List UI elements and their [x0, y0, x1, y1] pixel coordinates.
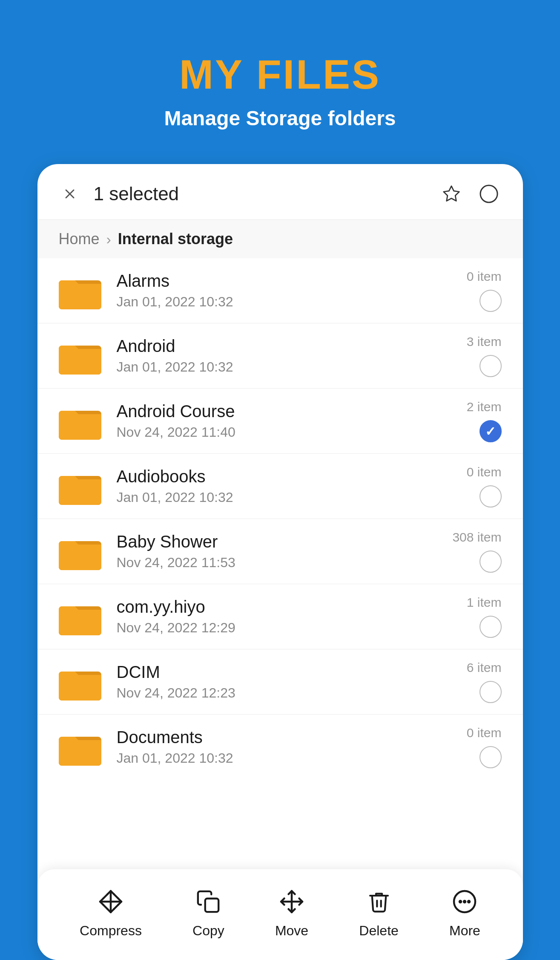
compress-icon	[95, 886, 126, 917]
close-button[interactable]	[59, 183, 81, 205]
copy-icon	[193, 886, 224, 917]
list-item[interactable]: Audiobooks Jan 01, 2022 10:32 0 item	[37, 454, 523, 519]
file-date: Jan 01, 2022 10:32	[117, 750, 434, 766]
compress-label: Compress	[80, 923, 142, 939]
file-info: Audiobooks Jan 01, 2022 10:32	[117, 467, 434, 505]
app-title: MY FILES	[179, 51, 381, 98]
item-count: 1 item	[467, 595, 502, 610]
file-right: 1 item	[434, 595, 502, 638]
file-right: 3 item	[434, 334, 502, 377]
file-date: Nov 24, 2022 12:23	[117, 685, 434, 701]
select-circle[interactable]	[480, 420, 502, 442]
svg-line-16	[114, 905, 118, 909]
list-item[interactable]: Android Jan 01, 2022 10:32 3 item	[37, 323, 523, 389]
item-count: 0 item	[467, 465, 502, 479]
copy-button[interactable]: Copy	[184, 882, 233, 943]
svg-point-22	[459, 901, 461, 902]
select-circle[interactable]	[480, 290, 502, 312]
select-circle[interactable]	[480, 551, 502, 573]
folder-icon	[59, 598, 101, 635]
breadcrumb: Home › Internal storage	[37, 220, 523, 258]
file-info: Documents Jan 01, 2022 10:32	[117, 728, 434, 766]
options-button[interactable]	[476, 181, 502, 207]
file-name: Baby Shower	[117, 532, 434, 551]
file-name: Alarms	[117, 271, 434, 291]
breadcrumb-chevron-icon: ›	[106, 231, 111, 248]
folder-icon	[59, 272, 101, 309]
file-date: Nov 24, 2022 11:40	[117, 424, 434, 440]
select-circle[interactable]	[480, 485, 502, 507]
delete-icon	[364, 886, 394, 917]
bottom-toolbar: Compress Copy	[37, 869, 523, 960]
item-count: 0 item	[467, 726, 502, 740]
select-circle[interactable]	[480, 355, 502, 377]
list-item[interactable]: Android Course Nov 24, 2022 11:40 2 item	[37, 389, 523, 454]
file-name: Audiobooks	[117, 467, 434, 486]
breadcrumb-current: Internal storage	[118, 230, 233, 248]
move-button[interactable]: Move	[267, 882, 317, 943]
svg-line-17	[103, 905, 107, 909]
file-list: Alarms Jan 01, 2022 10:32 0 item Android…	[37, 258, 523, 960]
top-bar: 1 selected	[37, 164, 523, 220]
svg-point-3	[480, 185, 497, 202]
more-label: More	[449, 923, 480, 939]
file-right: 0 item	[434, 269, 502, 312]
list-item[interactable]: com.yy.hiyo Nov 24, 2022 12:29 1 item	[37, 584, 523, 649]
item-count: 6 item	[467, 660, 502, 675]
file-date: Jan 01, 2022 10:32	[117, 359, 434, 375]
item-count: 3 item	[467, 334, 502, 349]
item-count: 2 item	[467, 400, 502, 414]
breadcrumb-home[interactable]: Home	[59, 230, 100, 248]
copy-label: Copy	[192, 923, 224, 939]
file-right: 308 item	[434, 530, 502, 573]
file-info: Baby Shower Nov 24, 2022 11:53	[117, 532, 434, 571]
file-date: Jan 01, 2022 10:32	[117, 294, 434, 310]
file-info: Android Jan 01, 2022 10:32	[117, 337, 434, 375]
compress-button[interactable]: Compress	[71, 882, 150, 943]
move-label: Move	[275, 923, 308, 939]
top-bar-left: 1 selected	[59, 183, 179, 205]
top-bar-right	[439, 181, 502, 207]
file-right: 2 item	[434, 400, 502, 442]
delete-label: Delete	[359, 923, 399, 939]
select-circle[interactable]	[480, 746, 502, 768]
file-right: 0 item	[434, 465, 502, 507]
file-name: Android	[117, 337, 434, 356]
move-icon	[276, 886, 307, 917]
svg-marker-2	[443, 186, 459, 201]
file-date: Nov 24, 2022 11:53	[117, 555, 434, 571]
list-item[interactable]: Baby Shower Nov 24, 2022 11:53 308 item	[37, 519, 523, 584]
svg-line-15	[114, 894, 118, 899]
file-name: Documents	[117, 728, 434, 747]
star-button[interactable]	[439, 181, 464, 207]
folder-icon	[59, 337, 101, 375]
file-name: com.yy.hiyo	[117, 597, 434, 617]
item-count: 308 item	[452, 530, 501, 545]
file-info: Alarms Jan 01, 2022 10:32	[117, 271, 434, 310]
header-section: MY FILES Manage Storage folders	[164, 0, 396, 164]
list-item[interactable]: Alarms Jan 01, 2022 10:32 0 item	[37, 258, 523, 323]
file-name: Android Course	[117, 402, 434, 421]
svg-point-23	[464, 901, 465, 902]
file-date: Jan 01, 2022 10:32	[117, 490, 434, 505]
folder-icon	[59, 533, 101, 570]
folder-icon	[59, 467, 101, 505]
select-circle[interactable]	[480, 616, 502, 638]
file-info: Android Course Nov 24, 2022 11:40	[117, 402, 434, 440]
folder-icon	[59, 402, 101, 440]
delete-button[interactable]: Delete	[350, 882, 407, 943]
folder-icon	[59, 663, 101, 701]
list-item[interactable]: DCIM Nov 24, 2022 12:23 6 item	[37, 649, 523, 715]
svg-point-24	[468, 901, 470, 902]
file-info: com.yy.hiyo Nov 24, 2022 12:29	[117, 597, 434, 636]
more-icon	[449, 886, 480, 917]
more-button[interactable]: More	[441, 882, 489, 943]
svg-line-14	[103, 894, 107, 899]
file-info: DCIM Nov 24, 2022 12:23	[117, 663, 434, 701]
select-circle[interactable]	[480, 681, 502, 703]
file-right: 0 item	[434, 726, 502, 768]
main-card: 1 selected Home › Internal storage	[37, 164, 523, 960]
selected-count: 1 selected	[94, 183, 179, 205]
list-item[interactable]: Documents Jan 01, 2022 10:32 0 item	[37, 715, 523, 862]
app-subtitle: Manage Storage folders	[164, 107, 396, 130]
